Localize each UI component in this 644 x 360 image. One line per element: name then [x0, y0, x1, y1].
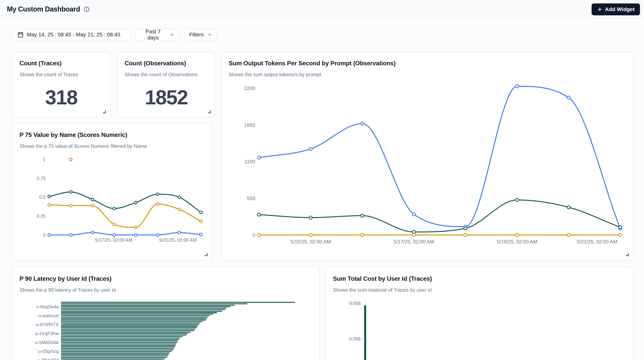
y-tick-label: 0.006	[338, 337, 361, 341]
resize-handle-icon[interactable]	[207, 109, 212, 115]
bar	[61, 319, 206, 320]
widget-count-traces: Count (Traces) Shows the count of Traces…	[12, 52, 110, 117]
bar	[61, 345, 176, 346]
data-point-marker	[258, 156, 260, 159]
widget-count-observations: Count (Observations) Shows the count of …	[117, 52, 215, 117]
data-point-marker	[200, 211, 202, 214]
data-point-marker	[91, 198, 94, 201]
y-tick-label: 2200	[244, 85, 255, 91]
bar	[61, 302, 295, 303]
cost-bar-chart[interactable]: 0.0080.006	[326, 267, 633, 360]
widget-p75-value-by-name: P 75 Value by Name (Scores Numeric) Show…	[12, 123, 212, 260]
widget-description: Shows the count of Observations	[124, 72, 198, 78]
range-preset-button[interactable]: Past 7 days	[135, 29, 180, 41]
add-widget-button[interactable]: Add Widget	[592, 4, 640, 15]
data-point-marker	[464, 227, 467, 230]
data-point-marker	[464, 233, 467, 236]
data-point-marker	[258, 233, 260, 236]
data-point-marker	[567, 96, 570, 99]
chevron-down-icon	[207, 32, 212, 37]
x-tick-label: 5/19/25, 02:00 AM	[497, 239, 537, 244]
data-point-marker	[113, 234, 116, 236]
y-tick-label: 0	[43, 232, 46, 237]
data-point-marker	[567, 206, 570, 209]
data-point-marker	[48, 203, 50, 206]
bar	[61, 311, 222, 312]
bar	[61, 346, 175, 347]
bar	[61, 317, 208, 318]
y-axis-category-label: u-aobnuxf	[38, 313, 59, 318]
data-point-marker	[156, 203, 159, 205]
bar	[61, 355, 168, 356]
x-tick-label: 5/21/25, 02:00 AM	[159, 237, 197, 243]
x-tick-label: 5/17/25, 02:00 AM	[95, 237, 132, 243]
widget-total-cost-by-user: Sum Total Cost by User Id (Traces) Shows…	[326, 267, 634, 360]
data-point-marker	[91, 231, 94, 234]
p90-bar-chart[interactable]	[61, 302, 308, 360]
data-point-marker	[412, 233, 415, 236]
bar	[61, 351, 172, 352]
data-point-marker	[619, 226, 622, 229]
bar	[61, 315, 210, 316]
y-tick-label: 0.25	[36, 213, 46, 219]
data-point-marker	[70, 234, 72, 236]
tokens-line-chart[interactable]: 05501100165022005/15/25, 02:00 AM5/17/25…	[222, 52, 634, 260]
data-point-marker	[70, 204, 72, 207]
data-point-marker	[178, 231, 180, 234]
y-axis-category-label: u-8fVa9T3	[38, 358, 59, 360]
data-point-marker	[200, 220, 202, 223]
bar	[61, 314, 213, 315]
bar	[364, 305, 366, 360]
bar	[61, 309, 225, 310]
y-axis-category-label: u-zVqP3hw	[35, 331, 59, 336]
data-point-marker	[70, 191, 72, 193]
date-range-button[interactable]: May 14, 25 : 08:45 - May 21, 25 : 08:45	[12, 29, 132, 41]
bar	[61, 340, 178, 341]
chevron-down-icon	[170, 32, 174, 37]
data-point-marker	[361, 214, 364, 217]
data-point-marker	[412, 230, 415, 233]
p75-line-chart[interactable]: 00.250.50.7515/17/25, 02:00 AM5/21/25, 0…	[13, 124, 212, 260]
data-point-marker	[516, 198, 519, 201]
count-value: 318	[13, 86, 110, 109]
widget-title: P 90 Latency by User Id (Traces)	[20, 275, 112, 282]
data-point-marker	[361, 233, 364, 236]
bar	[61, 318, 207, 319]
filters-label: Filters	[189, 32, 204, 38]
resize-handle-icon[interactable]	[102, 109, 106, 115]
info-icon[interactable]	[84, 6, 90, 12]
y-axis-category-label: u-d3qr5cg	[38, 349, 59, 354]
data-point-marker	[134, 226, 137, 229]
y-tick-label: 0.75	[36, 176, 46, 181]
line-series	[49, 204, 201, 227]
line-series	[259, 200, 620, 232]
y-axis-category-label: u-8sq2w4a	[36, 304, 59, 309]
bar	[61, 323, 200, 324]
data-point-marker	[134, 201, 137, 204]
y-tick-label: 0.5	[39, 195, 46, 200]
bar	[61, 342, 177, 343]
data-point-marker	[258, 213, 260, 216]
y-axis-category-label: u-5M8D56k	[35, 340, 59, 345]
resize-handle-icon[interactable]	[625, 252, 629, 257]
y-tick-label: 0	[252, 232, 255, 238]
bar	[61, 357, 167, 358]
x-tick-label: 5/15/25, 02:00 AM	[290, 239, 331, 244]
range-preset-label: Past 7 days	[140, 29, 166, 41]
filters-button[interactable]: Filters	[184, 29, 217, 41]
data-point-marker	[200, 233, 202, 236]
bar	[61, 339, 179, 340]
bar	[61, 327, 197, 328]
bar	[61, 337, 180, 338]
y-tick-label: 550	[247, 195, 255, 201]
bar	[61, 330, 194, 331]
bar	[61, 308, 226, 309]
data-point-marker	[361, 122, 364, 125]
data-point-marker	[178, 208, 180, 211]
data-point-marker	[309, 216, 312, 219]
count-value: 1852	[118, 86, 215, 109]
bar	[61, 328, 196, 329]
resize-handle-icon[interactable]	[204, 252, 208, 257]
data-point-marker	[516, 85, 519, 88]
data-point-marker	[134, 234, 137, 236]
